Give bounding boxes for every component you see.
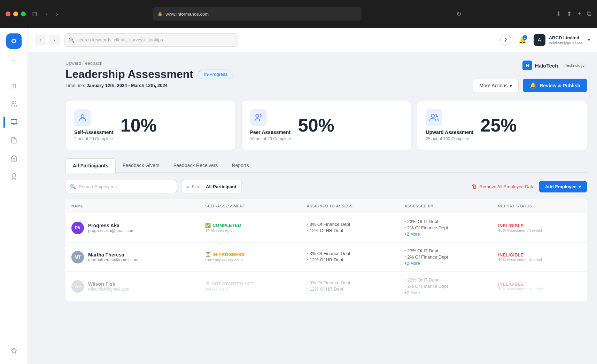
add-employee-button[interactable]: Add Employee ▾ xyxy=(539,181,587,192)
table-row[interactable]: PA Progress Aka progressaka@gmail.com ✅ … xyxy=(66,213,587,243)
assessed-by-cell: 23% Of IT Dept2% Of Finance Dept +2 More xyxy=(399,272,493,301)
upward-assessment-icon xyxy=(426,109,442,126)
report-status-badge: INELIGIBLE xyxy=(498,223,581,228)
report-status-note: 40% Assessment Needed xyxy=(498,287,581,291)
report-status-cell: INELIGIBLE 40% Assessment Needed xyxy=(493,272,587,301)
stats-row: Self-Assessment 2 out of 20 Complete 10%… xyxy=(65,101,587,150)
table-row[interactable]: WF Wilson Fisk wilsonfisk@gmail.com ⏱ NO… xyxy=(66,272,587,301)
app-logo[interactable]: ⚙ xyxy=(6,33,22,49)
remove-all-button[interactable]: 🗑 Remove All Employee Data xyxy=(472,183,534,190)
review-publish-label: Review & Publish xyxy=(540,83,580,88)
dept-item: 3% Of Finance Dept xyxy=(307,251,393,256)
user-email: janeDoe@gmail.com xyxy=(549,40,584,45)
col-self-assessment: SELF-ASSESSMENT xyxy=(200,199,301,213)
employee-name-cell: WF Wilson Fisk wilsonfisk@gmail.com xyxy=(66,272,200,301)
page-actions: More Actions ▾ 🔔 Review & Publish xyxy=(473,79,587,92)
assessed-by-cell: 23% Of IT Dept2% Of Finance Dept +2 More xyxy=(399,213,493,243)
sidebar-item-users[interactable] xyxy=(6,96,22,112)
chevron-down-icon: ▾ xyxy=(588,38,590,42)
user-menu[interactable]: A ABCD Limited janeDoe@gmail.com ▾ xyxy=(534,34,590,46)
employee-email: wilsonfisk@gmail.com xyxy=(88,287,129,292)
nav-back-button[interactable]: ‹ xyxy=(35,34,46,46)
forward-button[interactable]: › xyxy=(54,9,60,19)
address-bar[interactable]: 🔒 www.informanos.com xyxy=(153,7,362,21)
avatar: MT xyxy=(71,251,84,263)
review-publish-button[interactable]: 🔔 Review & Publish xyxy=(523,79,587,92)
sidebar-item-favorites[interactable] xyxy=(6,343,22,358)
tabs-icon[interactable]: ⧉ xyxy=(587,10,591,18)
sidebar-item-messages[interactable] xyxy=(6,114,22,130)
svg-rect-1 xyxy=(11,120,17,124)
dept-item: 2% Of Finance Dept xyxy=(404,254,487,260)
sidebar-item-dashboard[interactable]: ⊞ xyxy=(6,78,22,94)
sidebar-item-documents[interactable] xyxy=(6,133,22,148)
dept-item: 23% Of IT Dept xyxy=(404,248,487,253)
traffic-lights xyxy=(6,11,26,16)
dept-item: 12% Of HR Dept xyxy=(307,286,393,292)
dept-item: 12% Of HR Dept xyxy=(307,257,393,262)
help-button[interactable]: ? xyxy=(500,34,511,46)
assigned-to-assess-cell: 3% Of Finance Dept12% Of HR Dept xyxy=(301,272,399,301)
tab-feedback-receivers[interactable]: Feedback Receivers xyxy=(166,158,225,173)
new-tab-icon[interactable]: + xyxy=(577,10,581,18)
more-actions-button[interactable]: More Actions ▾ xyxy=(473,79,519,92)
report-status-badge: INELIGIBLE xyxy=(498,252,581,258)
minimize-button[interactable] xyxy=(13,11,18,16)
breadcrumb: Upward Feedback xyxy=(65,61,233,66)
sidebar-toggle-button[interactable]: ⊟ xyxy=(30,9,39,19)
more-assessors-link[interactable]: +2 More xyxy=(404,290,420,295)
sidebar-item-home[interactable] xyxy=(6,151,22,166)
filter-icon: ≡ xyxy=(186,184,189,189)
share-icon[interactable]: ⬆ xyxy=(567,10,572,18)
page-timeline: TimeLine: January 12th, 2024 - March 12t… xyxy=(65,83,233,88)
status-time: 12 Minutes Ago xyxy=(205,229,295,233)
company-icon: H xyxy=(522,61,532,70)
filter-button[interactable]: ≡ Filter: All Participant xyxy=(181,180,242,193)
report-status-note: 40% Assessment Needed xyxy=(498,258,581,262)
back-button[interactable]: ‹ xyxy=(44,9,50,19)
close-button[interactable] xyxy=(6,11,10,16)
dept-item: 2% Of Finance Dept xyxy=(404,225,487,230)
col-assessed-by: ASSESSED BY xyxy=(399,199,493,213)
assigned-to-assess-cell: 3% Of Finance Dept12% Of HR Dept xyxy=(301,213,399,243)
tab-all-participants[interactable]: All Participants xyxy=(65,158,116,173)
reload-button[interactable]: ↻ xyxy=(454,9,464,19)
lock-icon: 🔒 xyxy=(157,11,163,16)
stat-card-upward-assessment: Upward Assessment 25 out of 100 Complete… xyxy=(417,101,587,150)
col-name: NAME xyxy=(66,199,200,213)
search-employees-placeholder: Search Employees xyxy=(79,184,117,189)
employee-email: marthatheresa@gmail.com xyxy=(88,258,138,262)
dept-item: 2% Of Finance Dept xyxy=(404,284,487,289)
status-time: Currently in Logged in xyxy=(205,258,295,262)
main-content: Upward Feedback Leadership Assessment In… xyxy=(56,52,597,364)
employee-name: Wilson Fisk xyxy=(88,281,129,287)
page-title: Leadership Assessment xyxy=(65,68,193,81)
dept-item: 23% Of IT Dept xyxy=(404,277,487,283)
notification-button[interactable]: 🔔 1 xyxy=(517,34,528,46)
svg-point-5 xyxy=(256,114,259,117)
more-assessors-link[interactable]: +2 More xyxy=(404,232,420,237)
peer-assessment-icon xyxy=(250,109,267,126)
timeline-dates: January 12th, 2024 - March 12th, 2024 xyxy=(86,83,168,88)
nav-forward-button[interactable]: › xyxy=(49,34,60,46)
maximize-button[interactable] xyxy=(21,11,26,16)
chevron-down-icon: ▾ xyxy=(510,83,512,88)
search-employees-input[interactable]: 🔍 Search Employees xyxy=(65,180,177,193)
dept-item: 3% Of Finance Dept xyxy=(307,222,393,227)
tab-feedback-givers[interactable]: Feedback Givers xyxy=(116,158,166,173)
self-assessment-label: Self-Assessment xyxy=(74,129,114,135)
self-assessment-status: ✅ COMPLETED xyxy=(205,223,295,228)
sidebar-item-awards[interactable] xyxy=(6,169,22,184)
global-search[interactable]: 🔍 search keywords, clients, surveys , to… xyxy=(64,33,238,47)
stat-card-peer-assessment: Peer Assessment 10 out of 20 Complete 50… xyxy=(241,101,412,150)
download-icon[interactable]: ⬇ xyxy=(556,10,561,18)
more-assessors-link[interactable]: +2 More xyxy=(404,261,420,266)
tab-reports[interactable]: Reports xyxy=(225,158,256,173)
peer-assessment-label: Peer Assessment xyxy=(250,129,291,135)
table-row[interactable]: MT Martha Theresa marthatheresa@gmail.co… xyxy=(66,243,587,272)
dept-item: 23% Of IT Dept xyxy=(404,219,487,224)
sidebar-hamburger-icon[interactable]: ≡ xyxy=(6,54,22,70)
avatar: WF xyxy=(71,280,84,293)
svg-point-4 xyxy=(81,114,84,118)
company-name: HaloTech xyxy=(535,63,558,69)
